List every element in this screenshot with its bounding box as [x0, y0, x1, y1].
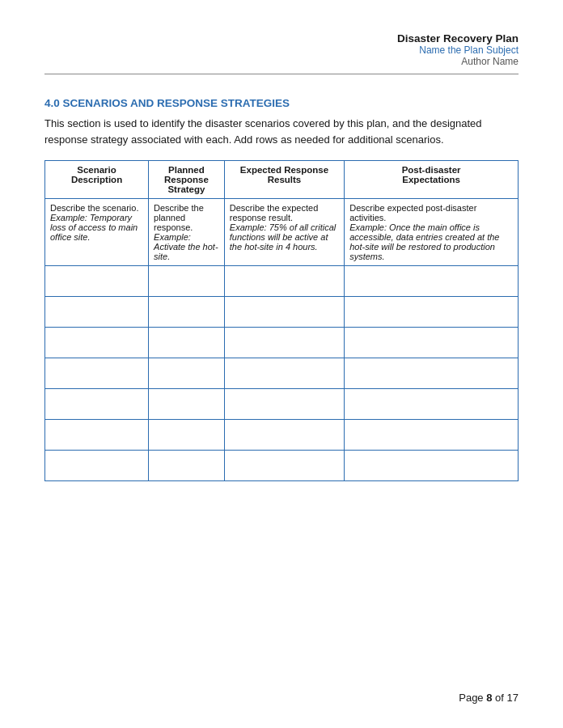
empty-cell [149, 328, 225, 358]
empty-cell [45, 389, 149, 420]
table-row [45, 451, 519, 481]
section-description: This section is used to identify the dis… [44, 116, 519, 147]
empty-cell [345, 328, 519, 358]
empty-cell [224, 389, 344, 420]
footer-page-total: 17 [507, 692, 519, 704]
col-header-planned-response: Planned Response Strategy [149, 161, 225, 199]
empty-cell [345, 451, 519, 481]
empty-cell [45, 358, 149, 389]
table-row-example: Describe the scenario. Example: Temporar… [45, 199, 519, 266]
page-footer: Page 8 of 17 [459, 692, 519, 704]
page-header: Disaster Recovery Plan Name the Plan Sub… [44, 32, 519, 74]
example-expected-response-col: Describe the expected response result. E… [224, 199, 344, 266]
empty-cell [149, 358, 225, 389]
empty-cell [345, 389, 519, 420]
example-planned-response-col: Describe the planned response. Example: … [149, 199, 225, 266]
empty-cell [224, 420, 344, 451]
empty-cell [345, 266, 519, 297]
empty-cell [45, 420, 149, 451]
empty-cell [224, 266, 344, 297]
empty-cell [149, 297, 225, 328]
empty-cell [224, 358, 344, 389]
example-post-disaster-col: Describe expected post-disaster activiti… [345, 199, 519, 266]
empty-cell [345, 420, 519, 451]
table-row [45, 358, 519, 389]
table-row [45, 389, 519, 420]
page-container: Disaster Recovery Plan Name the Plan Sub… [0, 0, 563, 728]
empty-cell [224, 451, 344, 481]
empty-cell [149, 451, 225, 481]
example-scenario-col: Describe the scenario. Example: Temporar… [45, 199, 149, 266]
footer-page-label: Page [459, 692, 486, 704]
empty-cell [224, 297, 344, 328]
table-header-row: Scenario Description Planned Response St… [45, 161, 519, 199]
document-title: Disaster Recovery Plan [44, 32, 519, 44]
section-heading: 4.0 SCENARIOS AND RESPONSE STRATEGIES [44, 97, 519, 109]
empty-cell [149, 266, 225, 297]
empty-cell [45, 451, 149, 481]
author-name: Author Name [44, 56, 519, 67]
empty-cell [149, 420, 225, 451]
empty-cell [224, 328, 344, 358]
empty-cell [45, 297, 149, 328]
table-row [45, 266, 519, 297]
col-header-scenario: Scenario Description [45, 161, 149, 199]
plan-subject: Name the Plan Subject [44, 44, 519, 56]
col-header-post-disaster: Post-disaster Expectations [345, 161, 519, 199]
col-header-expected-response: Expected Response Results [224, 161, 344, 199]
empty-cell [345, 358, 519, 389]
table-row [45, 297, 519, 328]
scenarios-table: Scenario Description Planned Response St… [44, 160, 519, 481]
footer-separator: of [492, 692, 506, 704]
table-row [45, 328, 519, 358]
empty-cell [149, 389, 225, 420]
empty-cell [45, 266, 149, 297]
empty-cell [345, 297, 519, 328]
empty-cell [45, 328, 149, 358]
table-row [45, 420, 519, 451]
